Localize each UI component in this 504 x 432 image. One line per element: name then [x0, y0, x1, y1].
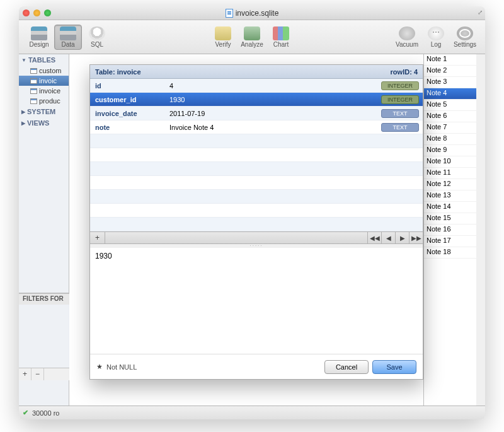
column-type-badge: INTEGER	[381, 81, 419, 90]
column-value: 1930	[166, 96, 381, 103]
disclosure-right-icon: ▶	[21, 109, 25, 115]
row-editor-dialog: Table: invoice rowID: 4 id4INTEGERcustom…	[89, 64, 423, 380]
sidebar-item-invoice[interactable]: invoic	[19, 76, 69, 86]
note-cell[interactable]: Note 13	[424, 190, 476, 202]
column-type-badge: TEXT	[381, 109, 419, 118]
window-zoom-button[interactable]	[44, 9, 51, 16]
dialog-rowid: rowID: 4	[391, 68, 418, 76]
column-value: 4	[166, 82, 381, 90]
disclosure-down-icon: ▼	[21, 57, 26, 63]
column-row[interactable]: customer_id1930INTEGER	[90, 93, 423, 107]
toolbar-settings-button[interactable]: Settings	[451, 25, 479, 50]
main-toolbar: Design Data SQL Verify Analyze Chart Vac…	[19, 20, 485, 54]
note-cell[interactable]: Note 12	[424, 179, 476, 190]
dialog-column-list: id4INTEGERcustomer_id1930INTEGERinvoice_…	[90, 79, 423, 231]
verify-icon	[215, 26, 231, 40]
note-cell[interactable]: Note 2	[424, 66, 476, 77]
dialog-add-button[interactable]: +	[90, 232, 105, 244]
expand-icon[interactable]: ⤢	[478, 9, 483, 16]
note-column: Note 1Note 2Note 3Note 4Note 5Note 6Note…	[423, 54, 476, 406]
table-icon	[30, 88, 37, 94]
settings-icon	[457, 26, 473, 40]
value-editor-textarea[interactable]	[90, 248, 423, 354]
analyze-icon	[244, 26, 260, 40]
note-cell[interactable]: Note 1	[424, 54, 476, 66]
window-title: invoice.sqlite	[236, 9, 279, 18]
column-type-badge: INTEGER	[381, 95, 419, 104]
log-icon	[428, 26, 444, 40]
table-icon	[30, 98, 37, 104]
status-bar: ✔ 30000 ro	[19, 406, 485, 419]
column-type-badge: TEXT	[381, 123, 419, 132]
toolbar-design-button[interactable]: Design	[25, 25, 53, 50]
note-cell[interactable]: Note 8	[424, 134, 476, 145]
table-icon	[30, 78, 37, 84]
status-text: 30000 ro	[32, 409, 59, 417]
column-value: Invoice Note 4	[166, 124, 381, 131]
nav-last-button[interactable]: ▶▶	[409, 232, 423, 244]
note-cell[interactable]: Note 18	[424, 247, 476, 259]
nav-prev-button[interactable]: ◀	[381, 232, 395, 244]
status-check-icon: ✔	[23, 409, 28, 417]
note-cell[interactable]: Note 9	[424, 145, 476, 156]
notnull-star-icon: ★	[96, 363, 103, 371]
column-row[interactable]: noteInvoice Note 4TEXT	[90, 120, 423, 134]
note-cell[interactable]: Note 14	[424, 202, 476, 213]
column-value: 2011-07-19	[166, 110, 381, 117]
column-row[interactable]: id4INTEGER	[90, 79, 423, 93]
note-cell[interactable]: Note 3	[424, 77, 476, 88]
column-name: note	[90, 124, 166, 131]
window-minimize-button[interactable]	[33, 9, 40, 16]
sidebar-item-product[interactable]: produc	[19, 96, 69, 106]
sidebar: ▼TABLES custom invoic invoice produc ▶SY…	[19, 54, 69, 406]
dialog-row-toolbar: + ◀◀ ◀ ▶ ▶▶	[90, 231, 423, 244]
vacuum-icon	[399, 26, 415, 40]
sidebar-section-tables[interactable]: ▼TABLES	[19, 54, 69, 66]
document-icon	[226, 9, 233, 18]
sidebar-add-button[interactable]: +	[19, 368, 32, 380]
notnull-label: Not NULL	[106, 363, 137, 371]
note-cell[interactable]: Note 7	[424, 122, 476, 134]
sidebar-remove-button[interactable]: −	[32, 368, 44, 380]
column-name: id	[90, 82, 166, 90]
note-cell[interactable]: Note 6	[424, 111, 476, 122]
sql-icon	[89, 26, 105, 40]
note-cell[interactable]: Note 16	[424, 225, 476, 236]
note-cell[interactable]: Note 4	[424, 88, 476, 100]
note-cell[interactable]: Note 15	[424, 213, 476, 225]
column-name: invoice_date	[90, 110, 166, 117]
nav-first-button[interactable]: ◀◀	[367, 232, 381, 244]
note-cell[interactable]: Note 10	[424, 156, 476, 168]
table-icon	[30, 68, 37, 74]
toolbar-verify-button[interactable]: Verify	[209, 25, 237, 50]
window-close-button[interactable]	[23, 9, 30, 16]
toolbar-analyze-button[interactable]: Analyze	[238, 25, 266, 50]
sidebar-item-customers[interactable]: custom	[19, 66, 69, 76]
dialog-header: Table: invoice rowID: 4	[90, 65, 423, 79]
sidebar-item-invoice2[interactable]: invoice	[19, 86, 69, 96]
toolbar-data-button[interactable]: Data	[54, 25, 82, 50]
disclosure-right-icon: ▶	[21, 120, 25, 126]
filters-header: FILTERS FOR	[19, 293, 69, 305]
toolbar-chart-button[interactable]: Chart	[267, 25, 295, 50]
toolbar-log-button[interactable]: Log	[422, 25, 450, 50]
nav-next-button[interactable]: ▶	[395, 232, 409, 244]
column-name: customer_id	[90, 96, 166, 103]
note-cell[interactable]: Note 17	[424, 236, 476, 247]
chart-icon	[273, 26, 289, 40]
sidebar-section-system[interactable]: ▶SYSTEM	[19, 106, 69, 117]
column-row[interactable]: invoice_date2011-07-19TEXT	[90, 107, 423, 120]
data-icon	[60, 26, 76, 40]
dialog-title: Table: invoice	[95, 68, 141, 76]
scrollbar[interactable]	[476, 54, 485, 406]
note-cell[interactable]: Note 5	[424, 100, 476, 111]
save-button[interactable]: Save	[372, 360, 416, 374]
dialog-footer: ★ Not NULL Cancel Save	[90, 354, 423, 379]
design-icon	[31, 26, 47, 40]
toolbar-vacuum-button[interactable]: Vacuum	[393, 25, 421, 50]
cancel-button[interactable]: Cancel	[324, 360, 369, 374]
toolbar-sql-button[interactable]: SQL	[83, 25, 111, 50]
window-titlebar: invoice.sqlite ⤢	[19, 6, 485, 20]
note-cell[interactable]: Note 11	[424, 168, 476, 179]
sidebar-section-views[interactable]: ▶VIEWS	[19, 117, 69, 129]
